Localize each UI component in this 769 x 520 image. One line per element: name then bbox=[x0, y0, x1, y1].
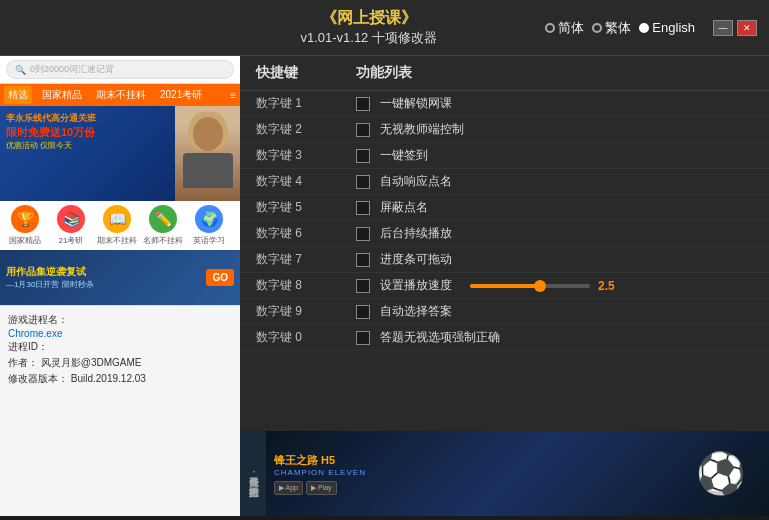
shortcut-checkbox[interactable] bbox=[356, 227, 370, 241]
shortcuts-list: 数字键 1一键解锁网课数字键 2无视教师端控制数字键 3一键签到数字键 4自动响… bbox=[240, 91, 769, 431]
simplified-label: 简体 bbox=[558, 19, 584, 37]
title-sub: v1.01-v1.12 十项修改器 bbox=[192, 29, 545, 47]
shortcut-key: 数字键 1 bbox=[256, 95, 356, 112]
shortcut-feature: 进度条可拖动 bbox=[380, 251, 753, 268]
english-icon: 🌍 bbox=[195, 205, 223, 233]
player-image: ⚽ bbox=[681, 439, 761, 509]
slider-value: 2.5 bbox=[598, 279, 615, 293]
speed-slider-row: 设置播放速度2.5 bbox=[380, 277, 753, 294]
icon-teacher[interactable]: ✏️ 名师不挂科 bbox=[142, 205, 184, 246]
ad-brand: 锋王之路 H5 bbox=[274, 453, 335, 468]
icon-exam[interactable]: 📖 期末不挂科 bbox=[96, 205, 138, 246]
traditional-label: 繁体 bbox=[605, 19, 631, 37]
ad-game-bg: 锋王之路 H5 CHAMPION ELEVEN ▶ App ▶ Play ⚽ bbox=[266, 431, 769, 516]
search-box[interactable]: 🔍 0到20000词汇速记背 bbox=[6, 60, 234, 79]
banner-left: 李永乐线代高分通关班 限时免费送10万份 优惠活动 仅限今天 bbox=[0, 106, 175, 201]
window-controls: — ✕ bbox=[713, 20, 757, 36]
shortcut-checkbox[interactable] bbox=[356, 123, 370, 137]
version-value: Build.2019.12.03 bbox=[71, 373, 146, 384]
table-row: 数字键 0答题无视选项强制正确 bbox=[240, 325, 769, 351]
postgrad-icon: 📚 bbox=[57, 205, 85, 233]
teacher-icon: ✏️ bbox=[149, 205, 177, 233]
shortcut-checkbox[interactable] bbox=[356, 175, 370, 189]
banner-top-text: 李永乐线代高分通关班 bbox=[6, 112, 169, 125]
shortcut-checkbox[interactable] bbox=[356, 149, 370, 163]
banner-main-text: 限时免费送10万份 bbox=[6, 125, 169, 140]
player-emoji: ⚽ bbox=[696, 450, 746, 497]
promo-go-button[interactable]: GO bbox=[206, 269, 234, 286]
english-radio bbox=[639, 23, 649, 33]
shortcut-col-header: 快捷键 bbox=[256, 64, 356, 82]
speed-slider-track[interactable] bbox=[470, 284, 590, 288]
icon-national-label: 国家精品 bbox=[9, 236, 41, 245]
author-value: 风灵月影@3DMGAME bbox=[41, 357, 142, 368]
shortcut-feature: 后台持续播放 bbox=[380, 225, 753, 242]
shortcut-checkbox[interactable] bbox=[356, 331, 370, 345]
shortcut-checkbox[interactable] bbox=[356, 201, 370, 215]
icon-national[interactable]: 🏆 国家精品 bbox=[4, 205, 46, 246]
table-row: 数字键 4自动响应点名 bbox=[240, 169, 769, 195]
shortcut-key: 数字键 4 bbox=[256, 173, 356, 190]
right-panel: 快捷键 功能列表 数字键 1一键解锁网课数字键 2无视教师端控制数字键 3一键签… bbox=[240, 56, 769, 516]
shortcut-feature: 无视教师端控制 bbox=[380, 121, 753, 138]
shortcut-key: 数字键 9 bbox=[256, 303, 356, 320]
person-image bbox=[175, 106, 240, 201]
tab-exam[interactable]: 期末不挂科 bbox=[92, 86, 150, 104]
slider-thumb[interactable] bbox=[534, 280, 546, 292]
ad-image[interactable]: 锋王之路 H5 CHAMPION ELEVEN ▶ App ▶ Play ⚽ bbox=[266, 431, 769, 516]
minimize-button[interactable]: — bbox=[713, 20, 733, 36]
shortcut-checkbox[interactable] bbox=[356, 97, 370, 111]
shortcut-feature: 一键签到 bbox=[380, 147, 753, 164]
search-placeholder: 0到20000词汇速记背 bbox=[30, 63, 114, 76]
banner-person bbox=[175, 106, 240, 201]
process-label: 游戏进程名： bbox=[8, 312, 232, 328]
ad-support-text: 免费修改器，希望玩家广告支持 bbox=[240, 465, 266, 483]
promo-banner: 用作品集逆袭复试 —1月30日开营 限时秒杀 GO bbox=[0, 250, 240, 305]
shortcut-key: 数字键 6 bbox=[256, 225, 356, 242]
shortcut-key: 数字键 5 bbox=[256, 199, 356, 216]
tabs-row: 精选 国家精品 期末不挂科 2021考研 ≡ bbox=[0, 84, 240, 106]
table-row: 数字键 1一键解锁网课 bbox=[240, 91, 769, 117]
bottom-info: 游戏进程名： Chrome.exe 进程ID： 作者： 风灵月影@3DMGAME… bbox=[0, 305, 240, 393]
ad-logo: 锋王之路 H5 CHAMPION ELEVEN ▶ App ▶ Play bbox=[274, 453, 366, 495]
icon-english[interactable]: 🌍 英语学习 bbox=[188, 205, 230, 246]
lang-simplified[interactable]: 简体 bbox=[545, 19, 584, 37]
author-label: 作者： 风灵月影@3DMGAME bbox=[8, 355, 232, 371]
icon-teacher-label: 名师不挂科 bbox=[143, 236, 183, 245]
main-content: 🔍 0到20000词汇速记背 精选 国家精品 期末不挂科 2021考研 ≡ 李永… bbox=[0, 56, 769, 516]
tab-national[interactable]: 国家精品 bbox=[38, 86, 86, 104]
tab-selected[interactable]: 精选 bbox=[4, 86, 32, 104]
table-row: 数字键 6后台持续播放 bbox=[240, 221, 769, 247]
app-title: 《网上授课》 v1.01-v1.12 十项修改器 bbox=[192, 8, 545, 47]
icons-row: 🏆 国家精品 📚 21考研 📖 期末不挂科 ✏️ 名师不挂科 🌍 英语学习 bbox=[0, 201, 240, 250]
browser-bar: 🔍 0到20000词汇速记背 bbox=[0, 56, 240, 84]
slider-fill bbox=[470, 284, 536, 288]
player-figure: ⚽ bbox=[681, 439, 761, 509]
icon-postgrad-label: 21考研 bbox=[59, 236, 84, 245]
table-row: 数字键 8设置播放速度2.5 bbox=[240, 273, 769, 299]
simplified-radio bbox=[545, 23, 555, 33]
shortcut-checkbox[interactable] bbox=[356, 253, 370, 267]
version-label: 修改器版本： Build.2019.12.03 bbox=[8, 371, 232, 387]
icon-exam-label: 期末不挂科 bbox=[97, 236, 137, 245]
process-value: Chrome.exe bbox=[8, 328, 232, 339]
table-row: 数字键 9自动选择答案 bbox=[240, 299, 769, 325]
icon-postgrad[interactable]: 📚 21考研 bbox=[50, 205, 92, 246]
shortcut-checkbox[interactable] bbox=[356, 279, 370, 293]
promo-sub: —1月30日开营 限时秒杀 bbox=[6, 279, 200, 290]
shortcut-checkbox[interactable] bbox=[356, 305, 370, 319]
shortcut-key: 数字键 7 bbox=[256, 251, 356, 268]
language-selector: 简体 繁体 English — ✕ bbox=[545, 19, 757, 37]
ad-store-icons: ▶ App ▶ Play bbox=[274, 481, 337, 495]
table-row: 数字键 5屏蔽点名 bbox=[240, 195, 769, 221]
lang-english[interactable]: English bbox=[639, 20, 695, 35]
app-store-icon: ▶ App bbox=[274, 481, 303, 495]
menu-icon[interactable]: ≡ bbox=[230, 90, 236, 101]
national-icon: 🏆 bbox=[11, 205, 39, 233]
google-play-icon: ▶ Play bbox=[306, 481, 337, 495]
processid-label: 进程ID： bbox=[8, 339, 232, 355]
lang-traditional[interactable]: 繁体 bbox=[592, 19, 631, 37]
title-bar: 《网上授课》 v1.01-v1.12 十项修改器 简体 繁体 English —… bbox=[0, 0, 769, 56]
close-button[interactable]: ✕ bbox=[737, 20, 757, 36]
tab-postgrad[interactable]: 2021考研 bbox=[156, 86, 206, 104]
